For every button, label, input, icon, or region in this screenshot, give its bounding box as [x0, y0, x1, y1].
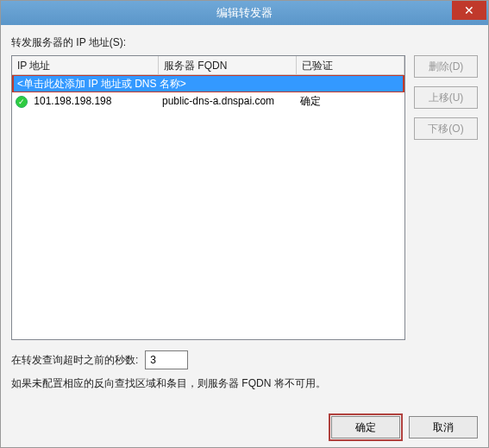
table-header: IP 地址 服务器 FQDN 已验证: [12, 56, 404, 75]
title-bar: 编辑转发器 ✕: [1, 1, 488, 25]
check-icon: ✓: [16, 96, 28, 108]
window-title: 编辑转发器: [216, 5, 273, 21]
delete-button[interactable]: 删除(D): [414, 55, 478, 78]
ok-button[interactable]: 确定: [331, 416, 400, 439]
footer-buttons: 确定 取消: [331, 416, 478, 439]
cancel-button[interactable]: 取消: [409, 416, 478, 439]
cell-validated: 确定: [297, 92, 404, 110]
close-button[interactable]: ✕: [452, 1, 486, 20]
col-ip-header[interactable]: IP 地址: [12, 56, 159, 75]
forwarders-table[interactable]: IP 地址 服务器 FQDN 已验证 <单击此处添加 IP 地址或 DNS 名称…: [11, 55, 405, 340]
side-buttons: 删除(D) 上移(U) 下移(O): [414, 55, 478, 340]
dialog-window: 编辑转发器 ✕ 转发服务器的 IP 地址(S): IP 地址 服务器 FQDN …: [0, 0, 489, 448]
hint-text: 如果未配置相应的反向查找区域和条目，则服务器 FQDN 将不可用。: [11, 376, 478, 391]
timeout-input[interactable]: [145, 350, 188, 369]
table-row[interactable]: ✓ 101.198.198.198 public-dns-a.dnspai.co…: [12, 92, 404, 110]
col-fqdn-header[interactable]: 服务器 FQDN: [159, 56, 297, 75]
content-row: IP 地址 服务器 FQDN 已验证 <单击此处添加 IP 地址或 DNS 名称…: [11, 55, 478, 340]
add-entry-input[interactable]: <单击此处添加 IP 地址或 DNS 名称>: [14, 76, 403, 91]
col-validated-header[interactable]: 已验证: [297, 56, 404, 75]
forwarders-label: 转发服务器的 IP 地址(S):: [11, 35, 478, 50]
move-up-button[interactable]: 上移(U): [414, 86, 478, 109]
add-entry-row[interactable]: <单击此处添加 IP 地址或 DNS 名称>: [12, 75, 404, 92]
timeout-row: 在转发查询超时之前的秒数:: [11, 350, 478, 369]
move-down-button[interactable]: 下移(O): [414, 117, 478, 140]
list-area: IP 地址 服务器 FQDN 已验证 <单击此处添加 IP 地址或 DNS 名称…: [11, 55, 405, 340]
ip-text: 101.198.198.198: [34, 95, 111, 107]
timeout-label: 在转发查询超时之前的秒数:: [11, 353, 138, 368]
cell-fqdn: public-dns-a.dnspai.com: [159, 93, 297, 109]
dialog-body: 转发服务器的 IP 地址(S): IP 地址 服务器 FQDN 已验证 <单击此…: [1, 25, 488, 398]
close-icon: ✕: [464, 3, 474, 17]
cell-ip: ✓ 101.198.198.198: [12, 93, 159, 110]
